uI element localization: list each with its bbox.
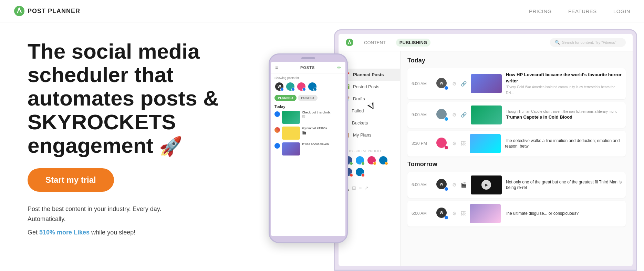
- post-thumbnail: ▶: [471, 175, 502, 194]
- avatar: W: [436, 208, 448, 219]
- link-icon[interactable]: 🔗: [461, 81, 467, 87]
- post-thumbnail: [471, 74, 502, 93]
- list-icon[interactable]: ≡: [359, 185, 362, 191]
- phone-avatar-2: [285, 82, 295, 91]
- image-icon[interactable]: 🖼: [461, 141, 466, 146]
- post-text: Not only one of the great but one of the…: [506, 179, 622, 191]
- post-time: 6:00 AM: [412, 211, 432, 216]
- nav-features[interactable]: FEATURES: [568, 8, 597, 14]
- svg-point-2: [346, 39, 353, 46]
- video-icon[interactable]: 🎬: [461, 182, 467, 188]
- post-text: Though Truman Capote claim, invent the n…: [506, 109, 622, 120]
- gear-icon[interactable]: ⚙: [452, 182, 457, 188]
- phone-avatar-4: [308, 82, 317, 91]
- headline-line2: scheduler that: [28, 63, 174, 87]
- svg-point-1: [18, 8, 20, 10]
- post-time: 3:30 PM: [412, 141, 432, 146]
- app-search-bar[interactable]: 🔍 Search for content. Try "Fitness": [550, 38, 626, 47]
- avatar: [436, 109, 448, 121]
- filter-label: ER BY SOCIAL PROFILE: [343, 149, 395, 153]
- post-text: The ultimate disguise... or conspicuous?: [505, 211, 622, 217]
- hero-right: CONTENT PUBLISHING 🔍 Search for content.…: [262, 36, 623, 271]
- gear-icon[interactable]: ⚙: [452, 112, 457, 118]
- phone-post-text: It was about eleven: [302, 142, 329, 146]
- share-icon[interactable]: ↗: [364, 185, 368, 191]
- social-profiles: [343, 155, 395, 177]
- app-nav-publishing[interactable]: PUBLISHING: [396, 39, 430, 47]
- link-icon[interactable]: 🔗: [461, 112, 467, 118]
- tab-planned[interactable]: PLANNED: [274, 95, 297, 101]
- app-body: ← 📅 Planned Posts ✅ Posted Posts 📝 Draft…: [339, 51, 633, 266]
- app-nav-content[interactable]: CONTENT: [361, 39, 389, 47]
- edit-icon[interactable]: ✏: [337, 65, 341, 70]
- logo-area: POST PLANNER: [14, 6, 80, 17]
- headline-line1: The social media: [28, 39, 200, 63]
- phone-speaker: [301, 57, 315, 59]
- profile-tw[interactable]: [355, 155, 365, 165]
- phone-post-image: [282, 111, 300, 124]
- phone-post-image: [282, 127, 300, 140]
- navbar: POST PLANNER PRICING FEATURES LOGIN: [0, 0, 644, 22]
- app-navbar: CONTENT PUBLISHING 🔍 Search for content.…: [339, 34, 633, 51]
- nav-links: PRICING FEATURES LOGIN: [529, 8, 630, 14]
- app-logo-icon: [345, 38, 354, 47]
- list-item: #grommet #1990s 🎬: [274, 127, 342, 140]
- table-row: 6:00 AM W ⚙ 🔗 How HP Lovecraft became th…: [407, 68, 626, 99]
- tab-posted[interactable]: POSTED: [298, 95, 318, 101]
- phone-notch: [270, 54, 347, 62]
- menu-icon[interactable]: ≡: [275, 65, 278, 70]
- play-button: ▶: [481, 180, 491, 190]
- profile-li[interactable]: [378, 155, 388, 165]
- post-text: How HP Lovecraft became the world's favo…: [506, 72, 622, 96]
- image-icon-sm: 🖼: [302, 115, 305, 119]
- phone-avatar-3: [297, 82, 306, 91]
- table-row: 6:00 AM W ⚙ 🎬 ▶ Not only one of: [407, 172, 626, 198]
- headline-line4: SKYROCKETS: [28, 110, 176, 134]
- table-row: 6:00 AM W ⚙ 🖼 The ultimate disguise... o…: [407, 201, 626, 227]
- post-text: The detective walks a line intuition and…: [505, 138, 622, 150]
- gear-icon[interactable]: ⚙: [452, 211, 457, 216]
- search-icon: 🔍: [555, 40, 560, 45]
- post-thumbnail: [471, 106, 502, 124]
- hero-likes: Get 510% more Likes while you sleep!: [28, 229, 262, 236]
- phone-title: POSTS: [300, 66, 315, 70]
- tomorrow-section-title: Tomorrow: [407, 161, 626, 168]
- gear-icon[interactable]: ⚙: [452, 81, 457, 87]
- rocket-icon: 🚀: [159, 136, 182, 157]
- laptop-mockup: CONTENT PUBLISHING 🔍 Search for content.…: [334, 29, 637, 271]
- phone-body: Showing posts for W: [271, 73, 345, 161]
- today-section-title: Today: [407, 57, 626, 64]
- nav-pricing[interactable]: PRICING: [529, 8, 552, 14]
- phone-avatar-1: W: [274, 82, 284, 91]
- laptop-screen: CONTENT PUBLISHING 🔍 Search for content.…: [339, 34, 633, 266]
- phone-header: ≡ POSTS ✏: [271, 62, 345, 73]
- headline-line5: engagement: [28, 133, 153, 157]
- profile-ig[interactable]: [367, 155, 376, 165]
- hero-subtext-1: Post the best content in your industry. …: [28, 204, 262, 224]
- phone-mockup: ≡ POSTS ✏ Showing posts for W: [269, 53, 348, 243]
- app-sidebar: ← 📅 Planned Posts ✅ Posted Posts 📝 Draft…: [339, 51, 401, 266]
- start-trial-button[interactable]: Start my trial: [28, 168, 114, 192]
- nav-login[interactable]: LOGIN: [613, 8, 630, 14]
- phone-tabs: PLANNED POSTED: [274, 95, 342, 101]
- phone-post-text: #grommet #1990s 🎬: [302, 127, 327, 134]
- list-item: It was about eleven: [274, 142, 342, 155]
- phone-post-text: Check out this climb. 🖼: [302, 111, 331, 119]
- phone-showing-label: Showing posts for: [274, 76, 342, 80]
- post-thumbnail: [470, 134, 501, 153]
- phone-social-icon: [274, 127, 280, 133]
- likes-highlight: 510% more Likes: [39, 229, 90, 236]
- grid-icon[interactable]: ⊞: [352, 185, 356, 191]
- image-icon[interactable]: 🖼: [461, 211, 466, 216]
- gear-icon[interactable]: ⚙: [452, 141, 457, 146]
- phone-post-image: [282, 142, 300, 155]
- phone-social-icon: [274, 143, 280, 149]
- profile-li2[interactable]: [355, 167, 365, 177]
- hero-headline: The social media scheduler that automate…: [28, 40, 262, 157]
- avatar: W: [436, 78, 448, 90]
- logo-icon: [14, 6, 25, 17]
- app-main-content: Today 6:00 AM W ⚙ 🔗 H: [401, 51, 633, 266]
- post-thumbnail: [470, 204, 501, 223]
- post-time: 6:00 AM: [412, 81, 432, 86]
- headline-line3: automates posts &: [28, 86, 219, 110]
